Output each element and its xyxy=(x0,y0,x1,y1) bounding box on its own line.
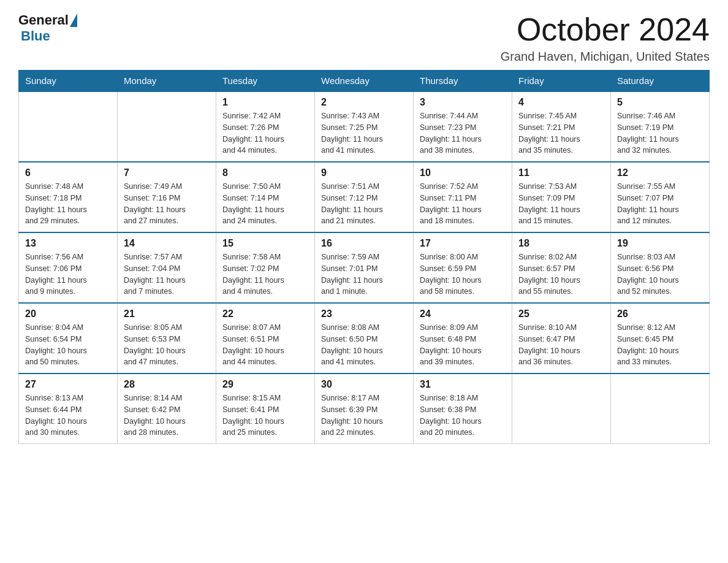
calendar-cell: 25Sunrise: 8:10 AM Sunset: 6:47 PM Dayli… xyxy=(512,303,611,373)
day-info-text: Sunrise: 7:59 AM Sunset: 7:01 PM Dayligh… xyxy=(321,251,407,297)
day-number: 24 xyxy=(420,308,506,320)
calendar-cell: 26Sunrise: 8:12 AM Sunset: 6:45 PM Dayli… xyxy=(611,303,710,373)
day-number: 21 xyxy=(124,308,210,320)
day-info-text: Sunrise: 7:44 AM Sunset: 7:23 PM Dayligh… xyxy=(420,110,506,156)
calendar-week-row: 6Sunrise: 7:48 AM Sunset: 7:18 PM Daylig… xyxy=(19,162,710,232)
calendar-cell: 28Sunrise: 8:14 AM Sunset: 6:42 PM Dayli… xyxy=(118,373,216,444)
day-number: 28 xyxy=(124,379,210,390)
column-header-saturday: Saturday xyxy=(611,71,710,92)
day-info-text: Sunrise: 7:55 AM Sunset: 7:07 PM Dayligh… xyxy=(617,181,703,227)
column-header-tuesday: Tuesday xyxy=(216,71,315,92)
calendar-table: SundayMondayTuesdayWednesdayThursdayFrid… xyxy=(18,70,710,444)
day-number: 1 xyxy=(222,97,308,108)
day-number: 13 xyxy=(25,238,111,249)
day-info-text: Sunrise: 7:49 AM Sunset: 7:16 PM Dayligh… xyxy=(124,181,210,227)
day-info-text: Sunrise: 8:09 AM Sunset: 6:48 PM Dayligh… xyxy=(420,322,506,368)
day-info-text: Sunrise: 7:46 AM Sunset: 7:19 PM Dayligh… xyxy=(617,110,703,156)
day-info-text: Sunrise: 8:04 AM Sunset: 6:54 PM Dayligh… xyxy=(25,322,111,368)
day-info-text: Sunrise: 8:00 AM Sunset: 6:59 PM Dayligh… xyxy=(420,251,506,297)
day-number: 15 xyxy=(222,238,308,249)
calendar-cell: 9Sunrise: 7:51 AM Sunset: 7:12 PM Daylig… xyxy=(315,162,414,232)
day-info-text: Sunrise: 7:50 AM Sunset: 7:14 PM Dayligh… xyxy=(222,181,308,227)
day-info-text: Sunrise: 7:45 AM Sunset: 7:21 PM Dayligh… xyxy=(518,110,604,156)
day-number: 29 xyxy=(222,379,308,390)
calendar-cell: 29Sunrise: 8:15 AM Sunset: 6:41 PM Dayli… xyxy=(216,373,315,444)
location-text: Grand Haven, Michigan, United States xyxy=(501,50,710,64)
logo-general-text: General xyxy=(18,12,69,28)
calendar-cell: 19Sunrise: 8:03 AM Sunset: 6:56 PM Dayli… xyxy=(611,232,710,303)
day-number: 8 xyxy=(222,167,308,178)
column-header-monday: Monday xyxy=(118,71,216,92)
day-number: 14 xyxy=(124,238,210,249)
day-number: 27 xyxy=(25,379,111,390)
calendar-cell: 3Sunrise: 7:44 AM Sunset: 7:23 PM Daylig… xyxy=(414,91,512,162)
day-info-text: Sunrise: 8:18 AM Sunset: 6:38 PM Dayligh… xyxy=(420,393,506,439)
calendar-week-row: 20Sunrise: 8:04 AM Sunset: 6:54 PM Dayli… xyxy=(19,303,710,373)
calendar-cell: 23Sunrise: 8:08 AM Sunset: 6:50 PM Dayli… xyxy=(315,303,414,373)
calendar-cell xyxy=(19,91,118,162)
month-title: October 2024 xyxy=(501,12,710,47)
logo-triangle-icon xyxy=(70,13,77,27)
calendar-cell: 17Sunrise: 8:00 AM Sunset: 6:59 PM Dayli… xyxy=(414,232,512,303)
calendar-cell: 22Sunrise: 8:07 AM Sunset: 6:51 PM Dayli… xyxy=(216,303,315,373)
day-number: 12 xyxy=(617,167,703,178)
day-number: 5 xyxy=(617,97,703,108)
calendar-header-row: SundayMondayTuesdayWednesdayThursdayFrid… xyxy=(19,71,710,92)
day-number: 22 xyxy=(222,308,308,320)
calendar-cell: 20Sunrise: 8:04 AM Sunset: 6:54 PM Dayli… xyxy=(19,303,118,373)
calendar-cell: 24Sunrise: 8:09 AM Sunset: 6:48 PM Dayli… xyxy=(414,303,512,373)
calendar-cell: 4Sunrise: 7:45 AM Sunset: 7:21 PM Daylig… xyxy=(512,91,611,162)
day-number: 20 xyxy=(25,308,111,320)
calendar-week-row: 27Sunrise: 8:13 AM Sunset: 6:44 PM Dayli… xyxy=(19,373,710,444)
calendar-cell: 5Sunrise: 7:46 AM Sunset: 7:19 PM Daylig… xyxy=(611,91,710,162)
day-info-text: Sunrise: 7:57 AM Sunset: 7:04 PM Dayligh… xyxy=(124,251,210,297)
column-header-thursday: Thursday xyxy=(414,71,512,92)
day-number: 26 xyxy=(617,308,703,320)
calendar-cell: 1Sunrise: 7:42 AM Sunset: 7:26 PM Daylig… xyxy=(216,91,315,162)
day-number: 6 xyxy=(25,167,111,178)
column-header-friday: Friday xyxy=(512,71,611,92)
day-number: 25 xyxy=(518,308,604,320)
calendar-cell: 30Sunrise: 8:17 AM Sunset: 6:39 PM Dayli… xyxy=(315,373,414,444)
day-number: 7 xyxy=(124,167,210,178)
calendar-cell: 16Sunrise: 7:59 AM Sunset: 7:01 PM Dayli… xyxy=(315,232,414,303)
calendar-cell: 2Sunrise: 7:43 AM Sunset: 7:25 PM Daylig… xyxy=(315,91,414,162)
column-header-sunday: Sunday xyxy=(19,71,118,92)
day-info-text: Sunrise: 7:58 AM Sunset: 7:02 PM Dayligh… xyxy=(222,251,308,297)
calendar-cell: 12Sunrise: 7:55 AM Sunset: 7:07 PM Dayli… xyxy=(611,162,710,232)
calendar-cell: 14Sunrise: 7:57 AM Sunset: 7:04 PM Dayli… xyxy=(118,232,216,303)
day-info-text: Sunrise: 7:43 AM Sunset: 7:25 PM Dayligh… xyxy=(321,110,407,156)
calendar-week-row: 1Sunrise: 7:42 AM Sunset: 7:26 PM Daylig… xyxy=(19,91,710,162)
day-number: 18 xyxy=(518,238,604,249)
day-number: 10 xyxy=(420,167,506,178)
day-number: 4 xyxy=(518,97,604,108)
title-area: October 2024 Grand Haven, Michigan, Unit… xyxy=(501,12,710,64)
day-info-text: Sunrise: 8:03 AM Sunset: 6:56 PM Dayligh… xyxy=(617,251,703,297)
logo: General Blue xyxy=(18,12,77,44)
day-info-text: Sunrise: 8:15 AM Sunset: 6:41 PM Dayligh… xyxy=(222,393,308,439)
calendar-cell: 27Sunrise: 8:13 AM Sunset: 6:44 PM Dayli… xyxy=(19,373,118,444)
header: General Blue October 2024 Grand Haven, M… xyxy=(18,12,710,64)
calendar-cell xyxy=(512,373,611,444)
calendar-week-row: 13Sunrise: 7:56 AM Sunset: 7:06 PM Dayli… xyxy=(19,232,710,303)
day-info-text: Sunrise: 8:13 AM Sunset: 6:44 PM Dayligh… xyxy=(25,393,111,439)
day-number: 23 xyxy=(321,308,407,320)
day-info-text: Sunrise: 7:42 AM Sunset: 7:26 PM Dayligh… xyxy=(222,110,308,156)
calendar-cell: 31Sunrise: 8:18 AM Sunset: 6:38 PM Dayli… xyxy=(414,373,512,444)
day-info-text: Sunrise: 8:10 AM Sunset: 6:47 PM Dayligh… xyxy=(518,322,604,368)
day-info-text: Sunrise: 8:05 AM Sunset: 6:53 PM Dayligh… xyxy=(124,322,210,368)
day-info-text: Sunrise: 7:53 AM Sunset: 7:09 PM Dayligh… xyxy=(518,181,604,227)
logo-blue-text: Blue xyxy=(21,28,50,44)
calendar-cell: 6Sunrise: 7:48 AM Sunset: 7:18 PM Daylig… xyxy=(19,162,118,232)
day-number: 3 xyxy=(420,97,506,108)
day-number: 30 xyxy=(321,379,407,390)
day-info-text: Sunrise: 8:07 AM Sunset: 6:51 PM Dayligh… xyxy=(222,322,308,368)
day-number: 16 xyxy=(321,238,407,249)
calendar-cell: 15Sunrise: 7:58 AM Sunset: 7:02 PM Dayli… xyxy=(216,232,315,303)
day-info-text: Sunrise: 8:02 AM Sunset: 6:57 PM Dayligh… xyxy=(518,251,604,297)
day-info-text: Sunrise: 7:48 AM Sunset: 7:18 PM Dayligh… xyxy=(25,181,111,227)
day-info-text: Sunrise: 8:14 AM Sunset: 6:42 PM Dayligh… xyxy=(124,393,210,439)
calendar-cell xyxy=(118,91,216,162)
calendar-cell: 18Sunrise: 8:02 AM Sunset: 6:57 PM Dayli… xyxy=(512,232,611,303)
column-header-wednesday: Wednesday xyxy=(315,71,414,92)
